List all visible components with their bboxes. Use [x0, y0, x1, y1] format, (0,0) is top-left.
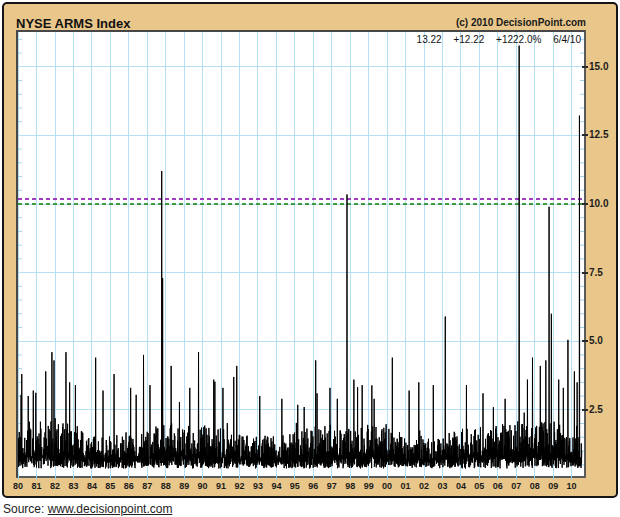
x-axis-label: 97	[322, 481, 342, 491]
x-axis-label: 91	[211, 481, 231, 491]
x-axis-label: 92	[230, 481, 250, 491]
x-axis-label: 98	[340, 481, 360, 491]
x-axis-label: 80	[8, 481, 28, 491]
x-axis-tick	[460, 475, 461, 480]
x-axis-label: 90	[193, 481, 213, 491]
x-axis-tick	[553, 475, 554, 480]
x-axis-label: 83	[63, 481, 83, 491]
x-axis-label: 08	[525, 481, 545, 491]
x-axis-tick	[368, 475, 369, 480]
y-axis-label: 5.0	[589, 335, 619, 346]
x-axis-label: 07	[506, 481, 526, 491]
x-axis-tick	[387, 475, 388, 480]
x-axis-label: 88	[156, 481, 176, 491]
y-axis-label: 12.5	[589, 129, 619, 140]
x-axis-label: 89	[174, 481, 194, 491]
y-axis-label: 7.5	[589, 267, 619, 278]
x-axis-label: 00	[377, 481, 397, 491]
x-axis-label: 96	[303, 481, 323, 491]
x-axis-tick	[202, 475, 203, 480]
x-axis-label: 86	[119, 481, 139, 491]
x-axis-label: 03	[432, 481, 452, 491]
x-axis-tick	[497, 475, 498, 480]
x-axis-tick	[331, 475, 332, 480]
x-axis-tick	[534, 475, 535, 480]
y-axis-major-tick	[582, 134, 588, 136]
x-axis-tick	[110, 475, 111, 480]
arms-chart-panel: NYSE ARMS Index (c) 2010 DecisionPoint.c…	[2, 2, 618, 498]
x-axis-tick	[184, 475, 185, 480]
x-axis-tick	[239, 475, 240, 480]
x-axis-tick	[221, 475, 222, 480]
x-axis-label: 84	[82, 481, 102, 491]
x-axis-tick	[165, 475, 166, 480]
x-axis-label: 09	[543, 481, 563, 491]
x-axis-tick	[257, 475, 258, 480]
x-axis-tick	[147, 475, 148, 480]
copyright-text: (c) 2010 DecisionPoint.com	[456, 17, 586, 28]
page-title: NYSE ARMS Index	[16, 16, 130, 31]
x-axis-label: 94	[266, 481, 286, 491]
x-axis-tick	[313, 475, 314, 480]
x-axis-tick	[55, 475, 56, 480]
x-axis-label: 85	[100, 481, 120, 491]
x-axis-tick	[516, 475, 517, 480]
arms-series-path	[18, 46, 582, 469]
chart-canvas	[18, 32, 584, 476]
x-axis-label: 93	[248, 481, 268, 491]
x-axis-tick	[73, 475, 74, 480]
y-axis-label: 15.0	[589, 61, 619, 72]
x-axis-tick	[424, 475, 425, 480]
y-axis-major-tick	[582, 272, 588, 274]
x-axis-tick	[405, 475, 406, 480]
y-axis-major-tick	[582, 409, 588, 411]
x-axis-label: 95	[285, 481, 305, 491]
x-axis-tick	[36, 475, 37, 480]
x-axis-tick	[294, 475, 295, 480]
x-axis-label: 06	[488, 481, 508, 491]
y-axis-major-tick	[582, 203, 588, 205]
y-axis-major-tick	[582, 66, 588, 68]
y-axis-label: 10.0	[589, 198, 619, 209]
x-axis-tick	[571, 475, 572, 480]
x-axis-tick	[128, 475, 129, 480]
x-axis-tick	[442, 475, 443, 480]
plot-area: 13.22 +12.22 +1222.0% 6/4/10	[16, 30, 586, 478]
source-line: Source: www.decisionpoint.com	[3, 502, 172, 516]
x-axis-tick	[276, 475, 277, 480]
source-prefix: Source:	[3, 502, 44, 516]
y-axis-label: 2.5	[589, 404, 619, 415]
y-axis-major-tick	[582, 340, 588, 342]
source-link[interactable]: www.decisionpoint.com	[48, 502, 173, 516]
x-axis-label: 01	[396, 481, 416, 491]
x-axis-label: 10	[562, 481, 582, 491]
x-axis-label: 81	[27, 481, 47, 491]
x-axis-tick	[350, 475, 351, 480]
x-axis-label: 99	[359, 481, 379, 491]
x-axis-tick	[91, 475, 92, 480]
x-axis-label: 05	[469, 481, 489, 491]
x-axis-tick	[479, 475, 480, 480]
x-axis-label: 82	[45, 481, 65, 491]
x-axis-tick	[18, 475, 19, 480]
x-axis-label: 87	[137, 481, 157, 491]
x-axis-label: 02	[414, 481, 434, 491]
x-axis-label: 04	[451, 481, 471, 491]
